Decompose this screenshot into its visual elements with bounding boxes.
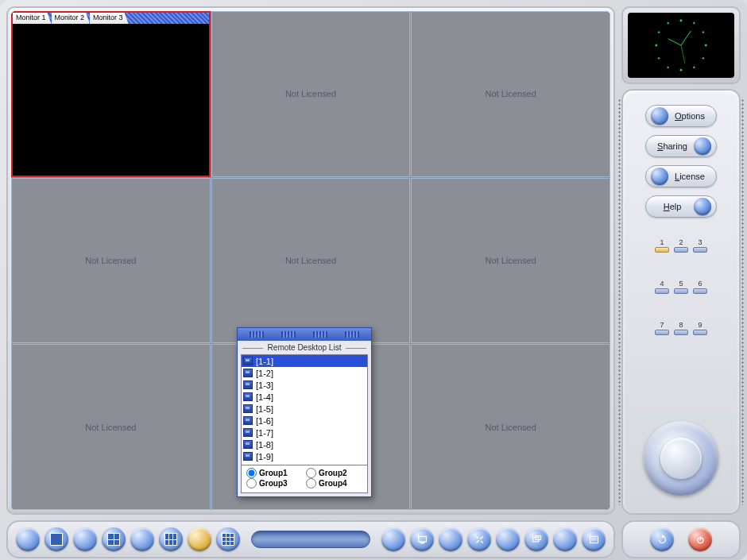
monitor-cell-7[interactable]: Not Licensed — [11, 344, 211, 510]
preset-button-3[interactable]: 3 — [692, 238, 708, 256]
app-frame: Monitor 1 Monitor 2 Monitor 3 Not Licens… — [0, 0, 747, 560]
list-action-button[interactable] — [582, 527, 606, 551]
remote-desktop-list-window[interactable]: Remote Desktop List [1-1][1-2][1-3][1-4]… — [237, 327, 372, 497]
group-radio-input[interactable] — [246, 468, 257, 478]
remote-list-item[interactable]: [1-6] — [242, 415, 367, 427]
svg-point-2 — [656, 44, 657, 46]
window-action-button[interactable] — [524, 527, 548, 551]
preset-indicator — [655, 330, 669, 335]
remote-desktop-icon — [243, 452, 253, 461]
jog-dial-center[interactable] — [660, 438, 702, 479]
toolbar-button-generic[interactable] — [73, 527, 97, 551]
remote-list-item[interactable]: [1-9] — [242, 450, 367, 462]
toolbar-button-generic[interactable] — [130, 527, 154, 551]
remote-desktop-icon — [243, 404, 253, 413]
monitor-cell-1[interactable]: Monitor 1 Monitor 2 Monitor 3 — [11, 11, 211, 177]
preset-label: 6 — [698, 280, 702, 288]
grip-icon — [313, 331, 327, 338]
group-radio-group3[interactable]: Group3 — [246, 478, 303, 489]
group-radio-input[interactable] — [306, 468, 316, 478]
grip-icon — [345, 331, 359, 338]
preset-button-2[interactable]: 2 — [673, 238, 689, 256]
monitor-cell-5[interactable]: Not Licensed — [211, 178, 411, 344]
monitor-tab[interactable]: Monitor 1 — [13, 13, 52, 24]
remote-list-item-label: [1-1] — [256, 357, 273, 366]
button-label: License — [668, 172, 711, 181]
remote-list-item[interactable]: [1-8] — [242, 438, 367, 450]
toolbar-button-generic[interactable] — [553, 527, 577, 551]
refresh-button[interactable] — [650, 527, 674, 551]
jog-dial[interactable] — [644, 421, 718, 496]
toolbar-button-generic[interactable] — [381, 527, 405, 551]
monitor-cell-9[interactable]: Not Licensed — [411, 344, 610, 510]
remote-list-item[interactable]: [1-1] — [242, 355, 367, 367]
layout-1x1-button[interactable] — [45, 527, 68, 551]
group-radio-group2[interactable]: Group2 — [306, 468, 362, 478]
remote-list-item[interactable]: [1-2] — [242, 367, 367, 379]
layout-3x3-button[interactable] — [216, 527, 240, 551]
preset-indicator — [674, 247, 688, 253]
remote-desktop-list[interactable]: [1-1][1-2][1-3][1-4][1-5][1-6][1-7][1-8]… — [241, 354, 368, 465]
analog-clock — [628, 13, 734, 78]
remote-desktop-icon — [243, 392, 253, 401]
remote-list-item-label: [1-7] — [256, 428, 273, 438]
remote-desktop-icon — [243, 357, 253, 365]
power-button[interactable] — [688, 527, 712, 551]
remote-list-item[interactable]: [1-5] — [242, 403, 367, 415]
remote-list-item-label: [1-8] — [256, 440, 273, 450]
preset-button-6[interactable]: 6 — [692, 280, 708, 297]
monitor-cell-3[interactable]: Not Licensed — [411, 11, 610, 177]
window-titlebar[interactable] — [238, 328, 371, 341]
remote-list-item[interactable]: [1-7] — [242, 427, 367, 438]
preset-button-4[interactable]: 4 — [654, 280, 670, 297]
progress-indicator — [251, 531, 370, 548]
monitor-cell-2[interactable]: Not Licensed — [211, 11, 411, 177]
group-radio-label: Group1 — [259, 469, 288, 477]
license-button[interactable]: License — [645, 165, 717, 187]
preset-label: 4 — [660, 280, 664, 288]
sharing-button[interactable]: Sharing — [645, 135, 717, 157]
group-radio-input[interactable] — [246, 478, 257, 489]
monitor-action-button[interactable] — [410, 527, 434, 551]
monitor-tab[interactable]: Monitor 3 — [90, 13, 129, 24]
remote-list-item[interactable]: [1-3] — [242, 379, 367, 391]
group-radio-input[interactable] — [306, 478, 316, 489]
toolbar-button-generic[interactable] — [496, 527, 520, 551]
remote-list-item[interactable]: [1-4] — [242, 391, 367, 403]
group-radio-set: Group1Group2Group3Group4 — [241, 465, 368, 493]
right-panel: Options Sharing License Help 123456789 — [621, 6, 741, 515]
grip-icon — [281, 331, 296, 338]
monitor-cell-6[interactable]: Not Licensed — [411, 178, 610, 344]
grip-icon — [250, 331, 264, 338]
svg-point-5 — [702, 32, 704, 33]
preset-button-5[interactable]: 5 — [673, 280, 689, 297]
svg-point-7 — [694, 67, 695, 68]
svg-line-14 — [681, 45, 685, 64]
tools-button[interactable] — [467, 527, 491, 551]
monitor-cell-4[interactable]: Not Licensed — [11, 178, 211, 344]
clock-panel — [621, 6, 741, 84]
not-licensed-label: Not Licensed — [486, 256, 536, 265]
not-licensed-label: Not Licensed — [285, 256, 336, 265]
preset-label: 1 — [660, 238, 664, 246]
toolbar-button-highlight[interactable] — [188, 527, 211, 551]
help-button[interactable]: Help — [645, 195, 717, 218]
options-button[interactable]: Options — [645, 105, 717, 127]
group-radio-group4[interactable]: Group4 — [306, 478, 362, 489]
toolbar-button-generic[interactable] — [16, 527, 40, 551]
layout-2x3-button[interactable] — [159, 527, 183, 551]
toolbar-button-generic[interactable] — [439, 527, 463, 551]
preset-button-7[interactable]: 7 — [654, 321, 670, 338]
preset-button-9[interactable]: 9 — [692, 321, 708, 338]
not-licensed-label: Not Licensed — [85, 256, 136, 265]
preset-button-8[interactable]: 8 — [673, 321, 689, 338]
decor-dots — [617, 98, 621, 505]
group-radio-group1[interactable]: Group1 — [246, 468, 303, 478]
preset-button-1[interactable]: 1 — [654, 238, 670, 256]
layout-2x2-button[interactable] — [102, 527, 126, 551]
remote-list-item-label: [1-2] — [256, 369, 273, 378]
monitor-tab[interactable]: Monitor 2 — [52, 13, 91, 24]
window-header: Remote Desktop List — [238, 341, 371, 354]
svg-rect-16 — [420, 542, 424, 543]
window-title: Remote Desktop List — [268, 343, 342, 352]
